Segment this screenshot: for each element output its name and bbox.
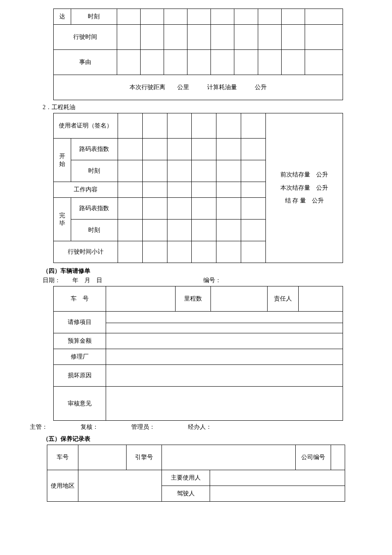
cell[interactable] (216, 139, 241, 160)
jiashiren-value[interactable] (210, 486, 345, 502)
lichengshu-value[interactable] (211, 286, 268, 312)
yusuan-value[interactable] (106, 333, 343, 349)
cell[interactable] (167, 182, 192, 198)
cell[interactable] (281, 25, 305, 50)
cell[interactable] (241, 220, 266, 241)
cell[interactable] (118, 220, 142, 241)
chehao-value[interactable] (106, 286, 176, 312)
cell[interactable] (142, 198, 167, 220)
cell[interactable] (241, 198, 266, 220)
gongsi-bianhao-value[interactable] (331, 445, 345, 470)
xiulichang-label: 修理厂 (54, 349, 106, 365)
cell[interactable] (167, 198, 192, 220)
xiaoji-label: 行驶时间小计 (54, 241, 118, 263)
cell[interactable] (140, 9, 164, 25)
cell[interactable] (305, 9, 343, 25)
qingxiu-value-wrap (106, 312, 343, 333)
cell[interactable] (216, 198, 241, 220)
cell[interactable] (118, 113, 142, 139)
chehao-label: 车号 (47, 445, 78, 470)
cell[interactable] (167, 241, 192, 263)
cell[interactable] (241, 160, 266, 182)
repair-table: 车 号 里程数 责任人 请修项目 预算金额 修理厂 损坏原因 审核意见 (53, 286, 343, 421)
jingbanren-label: 经办人： (188, 424, 212, 430)
cell[interactable] (241, 241, 266, 263)
cell[interactable] (142, 113, 167, 139)
cell[interactable] (216, 113, 241, 139)
cell[interactable] (192, 160, 216, 182)
cell[interactable] (258, 25, 281, 50)
xiulichang-value[interactable] (106, 349, 343, 365)
right-info-cell: 前次结存量 公升 本次结存量 公升 结 存 量 公升 (266, 113, 343, 263)
cell[interactable] (142, 220, 167, 241)
cell[interactable] (281, 9, 305, 25)
cell[interactable] (234, 50, 258, 75)
cell[interactable] (192, 220, 216, 241)
cell[interactable] (192, 198, 216, 220)
cell[interactable] (192, 182, 216, 198)
chehao-value[interactable] (78, 445, 127, 470)
cell[interactable] (140, 25, 164, 50)
cell[interactable] (167, 160, 192, 182)
cell[interactable] (258, 9, 281, 25)
cell[interactable] (167, 220, 192, 241)
cell[interactable] (211, 25, 234, 50)
shenhe-value[interactable] (106, 387, 343, 421)
cell[interactable] (118, 198, 142, 220)
qingxiu-line2[interactable] (106, 323, 343, 331)
cell[interactable] (192, 241, 216, 263)
cell[interactable] (142, 182, 167, 198)
cell[interactable] (216, 160, 241, 182)
cell[interactable] (234, 9, 258, 25)
zerenren-value[interactable] (299, 286, 343, 312)
cell[interactable] (211, 50, 234, 75)
cell[interactable] (118, 182, 142, 198)
cell[interactable] (241, 113, 266, 139)
cell[interactable] (192, 139, 216, 160)
cell[interactable] (216, 241, 241, 263)
cell[interactable] (281, 50, 305, 75)
qingxiu-label: 请修项目 (54, 312, 106, 333)
cell[interactable] (187, 50, 211, 75)
cell[interactable] (118, 241, 142, 263)
cell[interactable] (241, 182, 266, 198)
cell[interactable] (142, 160, 167, 182)
cell[interactable] (164, 25, 187, 50)
cell[interactable] (192, 113, 216, 139)
cell[interactable] (211, 9, 234, 25)
cell[interactable] (305, 50, 343, 75)
cell[interactable] (140, 50, 164, 75)
cell[interactable] (167, 139, 192, 160)
cell[interactable] (142, 241, 167, 263)
arrival-table: 达 时刻 行驶时间 事由 本次行驶距离 公里 计算耗油量 (53, 9, 343, 100)
cell[interactable] (187, 9, 211, 25)
zhuguan-label: 主管： (30, 424, 48, 430)
zhuyao-shiyongren-value[interactable] (210, 470, 345, 486)
cell[interactable] (167, 113, 192, 139)
cell[interactable] (118, 139, 142, 160)
cell[interactable] (216, 220, 241, 241)
fuel-table: 使用者证明（签名） 前次结存量 公升 本次结存量 公升 结 存 量 公升 开始 … (53, 113, 343, 263)
cell[interactable] (216, 182, 241, 198)
yinqing-value[interactable] (162, 445, 296, 470)
zerenren-label: 责任人 (268, 286, 299, 312)
cell[interactable] (117, 9, 140, 25)
cell[interactable] (117, 50, 140, 75)
qingxiu-line1[interactable] (106, 314, 343, 323)
cell[interactable] (164, 50, 187, 75)
cell[interactable] (241, 139, 266, 160)
cell[interactable] (117, 25, 140, 50)
cell[interactable] (234, 25, 258, 50)
section2-label: 2．工程耗油 (43, 104, 362, 111)
yusuan-label: 预算金额 (54, 333, 106, 349)
shike-label: 时刻 (71, 9, 117, 25)
cell[interactable] (164, 9, 187, 25)
cell[interactable] (142, 139, 167, 160)
cell[interactable] (187, 25, 211, 50)
cell[interactable] (258, 50, 281, 75)
shiyong-diqu-value[interactable] (78, 470, 162, 502)
cell[interactable] (305, 25, 343, 50)
cell[interactable] (118, 160, 142, 182)
sunhuai-value[interactable] (106, 365, 343, 387)
summary-row: 本次行驶距离 公里 计算耗油量 公升 (54, 75, 343, 100)
